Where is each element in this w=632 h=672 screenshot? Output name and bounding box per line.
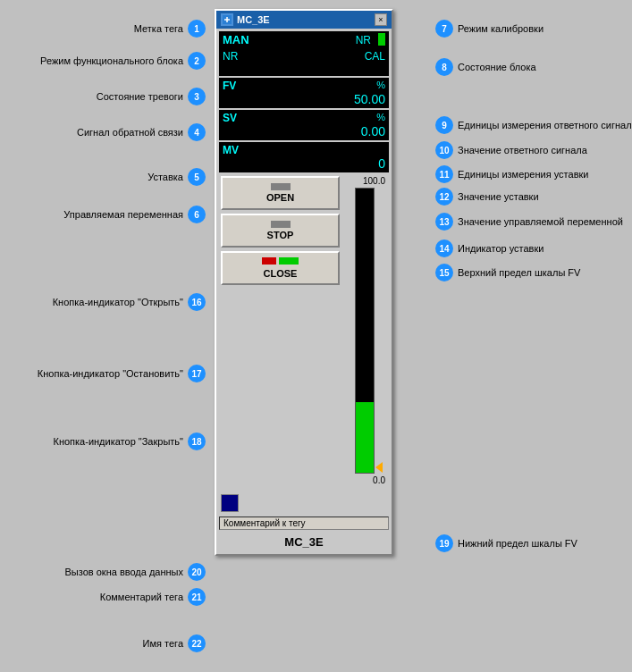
data-input-spacer (244, 502, 387, 504)
close-indicators (262, 257, 299, 265)
gauge-fill (356, 402, 374, 474)
label-8: 8 Состояние блока (435, 58, 536, 76)
gauge-track (355, 188, 375, 474)
label-7: 7 Режим калибровки (435, 20, 544, 38)
badge-1: 1 (188, 20, 206, 38)
stop-label: STOP (267, 230, 294, 240)
badge-11: 11 (435, 165, 453, 183)
left-labels: Метка тега 1 Режим функционального блока… (9, 9, 215, 672)
gauge-column: 100.0 0.0 (342, 176, 387, 485)
stop-button[interactable]: STOP (221, 214, 340, 248)
badge-20: 20 (188, 563, 206, 581)
badge-21: 21 (188, 588, 206, 606)
tag-indicator (378, 33, 385, 46)
mode-cal-label: CAL (365, 50, 385, 63)
open-button[interactable]: OPEN (221, 176, 340, 210)
label-2: Режим функционального блока 2 (40, 52, 206, 70)
badge-19: 19 (435, 534, 453, 552)
title-bar-title: MC_3E (221, 13, 270, 26)
data-input-row (219, 492, 389, 514)
close-button[interactable]: × (375, 13, 387, 26)
close-indicator-green (279, 257, 299, 265)
label-16: Кнопка-индикатор "Открыть" 16 (53, 293, 206, 311)
label-19: 19 Нижний предел шкалы FV (435, 534, 577, 552)
label-17: Кнопка-индикатор "Остановить" 17 (38, 365, 206, 382)
label-22: Имя тега 22 (143, 634, 206, 652)
right-labels: 7 Режим калибровки 8 Состояние блока 9 Е… (426, 9, 623, 672)
label-10: 10 Значение ответного сигнала (435, 141, 587, 159)
mode-nr1-label: NR (356, 34, 371, 46)
page-layout: Метка тега 1 Режим функционального блока… (9, 9, 623, 672)
mv-value: 0 (223, 156, 385, 171)
badge-13: 13 (435, 213, 453, 231)
mv-display: MV 0 (219, 142, 389, 172)
close-indicator-red (262, 257, 276, 265)
badge-4: 4 (188, 123, 206, 141)
controls-area: OPEN STOP CLOSE (219, 174, 389, 487)
label-3: Состояние тревоги 3 (97, 88, 206, 105)
tag-name: MC_3E (219, 533, 389, 551)
window-content: MAN NR NR CAL FV % 50.00 (216, 29, 392, 490)
gauge-bottom-label: 0.0 (373, 475, 385, 485)
data-input-button[interactable] (221, 494, 239, 512)
bottom-area: Комментарий к тегу MC_3E (216, 490, 392, 554)
label-12: 12 Значение уставки (435, 188, 539, 206)
sv-display: SV % 0.00 (219, 110, 389, 140)
badge-22: 22 (188, 634, 206, 652)
label-1: Метка тега 1 (134, 20, 206, 38)
comment-row: Комментарий к тегу (219, 517, 389, 530)
label-6: Управляемая переменная 6 (63, 206, 206, 223)
mv-label: MV (223, 144, 239, 156)
badge-2: 2 (188, 52, 206, 70)
label-18: Кнопка-индикатор "Закрыть" 18 (54, 433, 206, 450)
sv-value: 0.00 (223, 124, 385, 139)
stop-indicator (271, 221, 291, 228)
sv-unit: % (376, 112, 385, 124)
title-bar: MC_3E × (216, 11, 392, 29)
label-14: 14 Индикатор уставки (435, 239, 544, 257)
badge-8: 8 (435, 58, 453, 76)
badge-6: 6 (188, 206, 206, 223)
badge-3: 3 (188, 88, 206, 105)
comment-label: Комментарий к тегу (219, 517, 389, 530)
label-11: 11 Единицы измерения уставки (435, 165, 588, 183)
mode-nr2-label: NR (223, 50, 238, 63)
badge-14: 14 (435, 239, 453, 257)
label-21: Комментарий тега 21 (100, 588, 206, 606)
mode-man-label: MAN (223, 33, 249, 46)
open-label: OPEN (266, 192, 294, 203)
label-5: Уставка 5 (147, 168, 206, 186)
badge-15: 15 (435, 264, 453, 281)
close-valve-button[interactable]: CLOSE (221, 251, 340, 285)
open-indicator (271, 183, 291, 190)
badge-5: 5 (188, 168, 206, 186)
label-15: 15 Верхний предел шкалы FV (435, 264, 580, 281)
label-20: Вызов окна ввода данных 20 (65, 563, 206, 581)
badge-17: 17 (188, 365, 206, 382)
badge-10: 10 (435, 141, 453, 159)
buttons-column: OPEN STOP CLOSE (221, 176, 340, 285)
badge-16: 16 (188, 293, 206, 311)
main-window: MC_3E × MAN NR NR CAL (215, 9, 393, 556)
badge-18: 18 (188, 433, 206, 450)
badge-7: 7 (435, 20, 453, 38)
sv-label: SV (223, 112, 237, 124)
label-4: Сигнал обратной связи 4 (77, 123, 206, 141)
mode-display: MAN NR NR CAL (219, 31, 389, 76)
fv-label: FV (223, 80, 236, 92)
window-title: MC_3E (237, 14, 270, 25)
label-13: 13 Значение управляемой переменной (435, 213, 623, 231)
fv-unit: % (376, 80, 385, 92)
gauge-top-label: 100.0 (363, 176, 385, 186)
close-label: CLOSE (264, 268, 298, 279)
app-icon (221, 13, 233, 26)
badge-12: 12 (435, 188, 453, 206)
fv-value: 50.00 (223, 92, 385, 106)
label-9: 9 Единицы измерения ответного сигнала (435, 116, 632, 134)
badge-9: 9 (435, 116, 453, 134)
fv-display: FV % 50.00 (219, 78, 389, 108)
gauge-setpoint-marker (375, 462, 383, 473)
